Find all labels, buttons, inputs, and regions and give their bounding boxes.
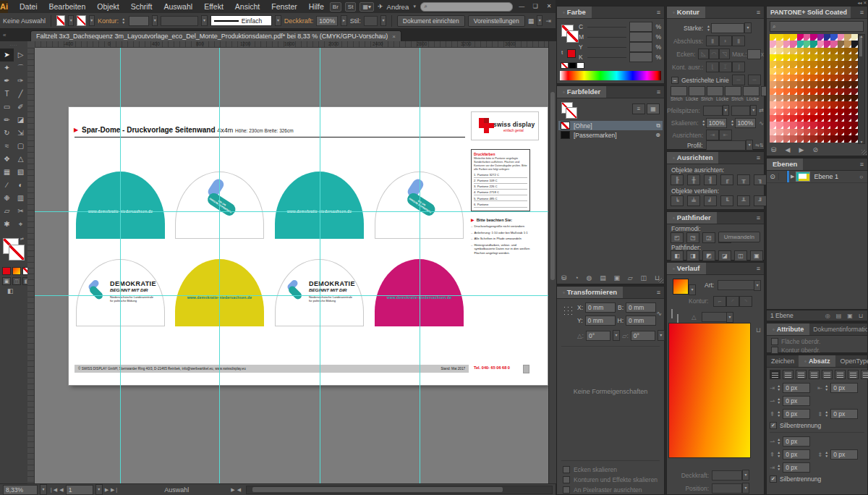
tab-overflow-icon[interactable]: «	[3, 32, 6, 38]
pantone-swatch[interactable]	[844, 48, 851, 54]
arrowhead-start-dropdown[interactable]	[703, 106, 723, 116]
stepper[interactable]: ▲▼	[776, 463, 781, 473]
pantone-swatch[interactable]	[817, 54, 824, 61]
cap-round-icon[interactable]: ◗	[719, 35, 732, 46]
pantone-swatch[interactable]	[817, 129, 824, 135]
width-field[interactable]: 0 mm	[626, 302, 656, 313]
pantone-swatch[interactable]	[838, 129, 844, 135]
white-mini-swatch[interactable]	[576, 62, 584, 69]
symbol-sprayer-tool[interactable]: ❉	[0, 192, 14, 205]
user-menu-chevron-icon[interactable]: ▼	[412, 4, 417, 9]
space-before-field[interactable]: 0 px	[783, 409, 810, 419]
style-dropdown[interactable]	[364, 16, 378, 26]
pantone-swatch[interactable]	[830, 68, 837, 75]
hand-tool[interactable]: ✱	[0, 218, 14, 231]
pantone-swatch[interactable]	[817, 34, 824, 41]
pantone-swatch[interactable]	[783, 101, 790, 108]
swatch-kinds-icon[interactable]: ▤	[600, 274, 606, 282]
pantone-swatch[interactable]	[797, 88, 804, 95]
pantone-swatch[interactable]	[844, 101, 851, 108]
menu-objekt[interactable]: Objekt	[91, 2, 124, 11]
pantone-swatch[interactable]	[790, 88, 796, 95]
pantone-swatch[interactable]	[830, 95, 837, 101]
pantone-swatch[interactable]	[776, 34, 783, 41]
pantone-swatch[interactable]	[810, 48, 817, 54]
style-chevron-icon[interactable]: ▾	[380, 15, 386, 26]
pantone-swatch[interactable]	[810, 34, 817, 41]
pantone-swatch[interactable]	[817, 48, 824, 54]
pantone-swatch[interactable]	[776, 54, 783, 61]
panel-menu-icon[interactable]: ≡	[657, 289, 664, 296]
pantone-swatch[interactable]	[790, 115, 796, 122]
join-round-icon[interactable]: ◠	[709, 48, 720, 59]
menu-schrift[interactable]: Schrift	[125, 2, 158, 11]
tab-opentype[interactable]: OpenType	[835, 358, 868, 365]
kontur-link[interactable]: Kontur:	[98, 17, 119, 25]
stroke-swatch[interactable]	[77, 15, 85, 26]
pantone-swatch[interactable]	[824, 48, 830, 54]
panel-menu-icon[interactable]: ≡	[860, 9, 867, 16]
isolate-icon[interactable]: ▦	[528, 17, 535, 25]
swap-arrowheads-icon[interactable]: ⇄	[759, 107, 764, 114]
pantone-swatch[interactable]	[830, 135, 837, 142]
list-view-icon[interactable]: ≡	[632, 103, 645, 114]
pantone-swatch[interactable]	[824, 68, 830, 75]
edit-swatch-icon[interactable]: ⧉	[656, 122, 660, 130]
pantone-swatch[interactable]	[770, 48, 776, 54]
chevron-down-icon[interactable]: ▾	[742, 470, 749, 481]
pantone-swatch[interactable]	[817, 88, 824, 95]
last-artboard-icon[interactable]: ▶❘	[111, 487, 119, 493]
fill-dropdown-icon[interactable]: ▾	[68, 15, 74, 26]
column-graph-tool[interactable]: ▥	[14, 192, 27, 205]
pantone-swatch[interactable]	[770, 122, 776, 128]
swatch-row-passermarken[interactable]: [Passermarken] ⊕	[558, 130, 663, 140]
line-segment-tool[interactable]: ╱	[14, 88, 27, 101]
dash-field[interactable]	[707, 86, 723, 96]
vertical-scrollbar-thumb[interactable]	[550, 92, 555, 280]
print-colors-box[interactable]: Druckfarben Weiterhin bitte in Pantone a…	[471, 149, 530, 211]
pantone-swatch[interactable]	[804, 101, 810, 108]
share-icon[interactable]: ✈	[378, 3, 383, 10]
pantone-swatch[interactable]	[790, 54, 796, 61]
pantone-swatch[interactable]	[838, 41, 844, 47]
align-stroke-inside-icon[interactable]: ⌶	[719, 62, 732, 72]
pantone-swatch[interactable]	[851, 61, 858, 67]
pantone-swatch[interactable]	[810, 54, 817, 61]
layer-thumbnail[interactable]	[796, 172, 810, 182]
preferences-button[interactable]: Voreinstellungen	[468, 15, 525, 27]
weight-field[interactable]	[711, 23, 744, 33]
pantone-swatch[interactable]	[776, 88, 783, 95]
prev-artboard-icon[interactable]: ◀	[59, 487, 63, 493]
gradient-within-icon[interactable]: ⌐	[713, 296, 726, 307]
pantone-swatch[interactable]	[844, 75, 851, 81]
scale-end-field[interactable]: 100%	[735, 118, 757, 128]
pantone-swatch[interactable]	[790, 68, 796, 75]
y-field[interactable]: 0 mm	[585, 316, 616, 326]
library-sync-icon[interactable]: ◍	[587, 274, 592, 282]
tab-farbfelder[interactable]: ◦Farbfelder	[557, 86, 606, 98]
fill-swatch[interactable]	[56, 15, 65, 26]
tab-transformieren[interactable]: ◦Transformieren	[557, 287, 623, 298]
pantone-swatch[interactable]	[790, 129, 796, 135]
pantone-swatch[interactable]	[838, 61, 844, 67]
menu-bearbeiten[interactable]: Bearbeiten	[43, 2, 92, 11]
right-indent-stepper[interactable]: ▲▼	[824, 384, 829, 393]
pantone-swatch[interactable]	[804, 115, 810, 122]
m-value-field[interactable]	[629, 32, 652, 42]
stroke-proxy[interactable]	[566, 107, 577, 119]
distribute-bottom-icon[interactable]: ╛	[704, 195, 717, 206]
artboard-number-field[interactable]: 1	[66, 485, 93, 495]
pantone-swatch[interactable]	[851, 48, 858, 54]
isolate-chevron-icon[interactable]: ▾	[537, 15, 542, 26]
stroke-proxy[interactable]	[566, 30, 579, 43]
prev-library-icon[interactable]: ◀	[786, 146, 791, 153]
space-after-stepper[interactable]: ▲▼	[824, 410, 829, 419]
align-right-icon[interactable]: ╢	[704, 174, 717, 185]
pantone-swatch[interactable]	[804, 41, 810, 47]
space-after-field[interactable]: 0 px	[830, 409, 858, 419]
pen-tool[interactable]: ✒	[0, 75, 14, 88]
draw-normal-icon[interactable]: ▣	[2, 277, 11, 285]
pantone-swatch[interactable]	[851, 129, 858, 135]
color-button[interactable]	[2, 267, 11, 275]
pantone-swatch[interactable]	[824, 34, 830, 41]
